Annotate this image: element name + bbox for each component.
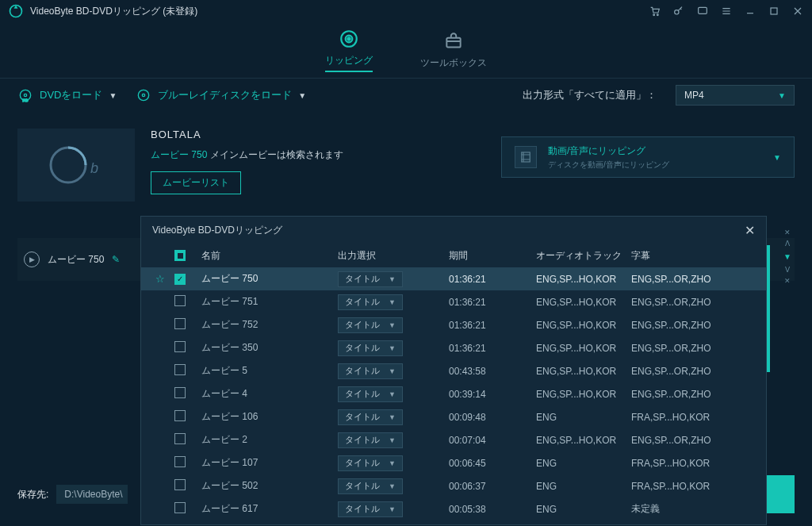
row-checkbox[interactable]	[174, 387, 186, 398]
disc-title: BOLTALA	[151, 129, 485, 140]
svg-point-1	[653, 14, 655, 16]
table-row[interactable]: ☆ムービー 752タイトル▼01:36:21ENG,SP...HO,KORENG…	[141, 313, 766, 336]
titlebar: VideoByte BD-DVDリッピング (未登録)	[0, 0, 812, 22]
table-row[interactable]: ☆ムービー 617タイトル▼00:05:38ENG未定義	[141, 497, 766, 520]
row-output-select[interactable]: タイトル▼	[338, 363, 403, 379]
rip-mode-select[interactable]: 動画/音声にリッピング ディスクを動画/音声にリッピング ▼	[501, 136, 795, 178]
column-duration: 期間	[449, 249, 536, 263]
table-row[interactable]: ☆✓ムービー 750タイトル▼01:36:21ENG,SP...HO,KOREN…	[141, 267, 766, 290]
star-icon[interactable]: ☆	[155, 296, 165, 308]
load-bluray-button[interactable]: ブルーレイディスクをロード ▼	[136, 87, 306, 103]
row-output-select[interactable]: タイトル▼	[338, 386, 403, 402]
row-checkbox[interactable]	[174, 341, 186, 352]
column-output: 出力選択	[338, 249, 449, 263]
table-header: 名前 出力選択 期間 オーディオトラック 字幕	[141, 244, 766, 267]
save-path-label: 保存先:	[17, 488, 48, 501]
movie-list-button[interactable]: ムービーリスト	[151, 171, 241, 194]
row-output-label: タイトル	[345, 457, 380, 469]
row-output-select[interactable]: タイトル▼	[338, 524, 403, 525]
star-icon[interactable]: ☆	[155, 319, 165, 331]
row-subtitle: ENG,SP...OR,ZHO	[631, 389, 755, 400]
minimize-icon[interactable]	[744, 5, 756, 17]
bluray-disc-icon	[136, 87, 151, 103]
row-subtitle: FRA,SP...HO,KOR	[631, 481, 755, 492]
row-checkbox[interactable]	[174, 364, 186, 375]
row-checkbox[interactable]	[174, 479, 186, 490]
row-output-label: タイトル	[345, 342, 380, 354]
table-row[interactable]: ☆ムービー 350タイトル▼01:36:21ENG,SP...HO,KORENG…	[141, 336, 766, 359]
menu-icon[interactable]	[720, 5, 733, 17]
tab-toolbox[interactable]: ツールボックス	[420, 31, 487, 70]
feedback-icon[interactable]	[696, 5, 709, 17]
table-row[interactable]: ☆ムービー 107タイトル▼00:06:45ENGFRA,SP...HO,KOR	[141, 451, 766, 474]
row-duration: 01:36:21	[449, 297, 536, 308]
svg-rect-9	[446, 37, 460, 47]
row-subtitle: ENG,SP...OR,ZHO	[631, 366, 755, 377]
table-row[interactable]: ☆ムービー 751タイトル▼01:36:21ENG,SP...HO,KORENG…	[141, 290, 766, 313]
row-audio: ENG,SP...HO,KOR	[536, 389, 631, 400]
svg-point-13	[139, 90, 149, 100]
chevron-down-icon[interactable]: ᐯ	[785, 266, 790, 274]
maximize-icon[interactable]	[768, 5, 780, 17]
star-icon[interactable]: ☆	[155, 503, 165, 515]
star-icon[interactable]: ☆	[155, 365, 165, 377]
rip-mode-subtitle: ディスクを動画/音声にリッピング	[548, 159, 762, 171]
row-output-select[interactable]: タイトル▼	[338, 340, 403, 356]
collapse-icon[interactable]: ✕	[784, 228, 791, 236]
play-icon[interactable]: ▶	[24, 251, 40, 267]
table-row[interactable]: ☆ムービー 5タイトル▼00:43:58ENG,SP...HO,KORENG,S…	[141, 359, 766, 382]
row-output-select[interactable]: タイトル▼	[338, 271, 403, 287]
star-icon[interactable]: ☆	[155, 434, 165, 446]
star-icon[interactable]: ☆	[155, 388, 165, 400]
tab-ripping[interactable]: リッピング	[325, 29, 373, 72]
collapse-icon[interactable]: ✕	[784, 277, 791, 285]
output-format-select[interactable]: MP4 ▼	[676, 85, 795, 106]
row-checkbox[interactable]	[174, 433, 186, 444]
rip-mode-title: 動画/音声にリッピング	[548, 144, 762, 158]
row-checkbox[interactable]	[174, 410, 186, 421]
row-output-select[interactable]: タイトル▼	[338, 317, 403, 333]
key-icon[interactable]	[672, 5, 685, 17]
table-row[interactable]: ☆ムービー 106タイトル▼00:09:48ENGFRA,SP...HO,KOR	[141, 405, 766, 428]
row-output-select[interactable]: タイトル▼	[338, 478, 403, 494]
row-checkbox[interactable]: ✓	[174, 274, 186, 285]
row-output-select[interactable]: タイトル▼	[338, 501, 403, 517]
dvd-disc-icon: DVD	[17, 87, 33, 103]
row-output-select[interactable]: タイトル▼	[338, 432, 403, 448]
dialog-title: VideoByte BD-DVDリッピング	[152, 224, 282, 237]
row-duration: 01:36:21	[449, 274, 536, 285]
chevron-down-icon: ▼	[389, 413, 396, 421]
cart-icon[interactable]	[649, 5, 661, 17]
row-output-select[interactable]: タイトル▼	[338, 455, 403, 471]
star-icon[interactable]: ☆	[155, 411, 165, 423]
row-checkbox[interactable]	[174, 318, 186, 329]
table-row[interactable]: ☆ムービー 502タイトル▼00:06:37ENGFRA,SP...HO,KOR	[141, 474, 766, 497]
table-row[interactable]: ☆ムービー 2タイトル▼00:07:04ENG,SP...HO,KORENG,S…	[141, 428, 766, 451]
star-icon[interactable]: ☆	[155, 342, 165, 354]
table-row[interactable]: ☆ムービー 105タイトル▼00:05:09ENGFRA,SP...HO,KOR	[141, 520, 766, 524]
row-checkbox[interactable]	[174, 456, 186, 467]
table-row[interactable]: ☆ムービー 4タイトル▼00:39:14ENG,SP...HO,KORENG,S…	[141, 382, 766, 405]
chevron-down-icon: ▼	[389, 505, 396, 513]
row-output-select[interactable]: タイトル▼	[338, 409, 403, 425]
save-path-row: 保存先: D:\VideoByte\	[17, 485, 128, 504]
star-icon[interactable]: ☆	[155, 480, 165, 492]
row-output-label: タイトル	[345, 365, 380, 377]
save-path-input[interactable]: D:\VideoByte\	[56, 485, 128, 504]
row-output-label: タイトル	[345, 388, 380, 400]
row-audio: ENG,SP...HO,KOR	[536, 320, 631, 331]
row-checkbox[interactable]	[174, 295, 186, 306]
select-all-checkbox[interactable]	[174, 250, 186, 261]
row-output-select[interactable]: タイトル▼	[338, 294, 403, 310]
star-icon[interactable]: ☆	[155, 273, 165, 285]
row-duration: 01:36:21	[449, 320, 536, 331]
edit-icon[interactable]: ✎	[112, 254, 120, 265]
close-window-icon[interactable]	[791, 5, 804, 17]
row-checkbox[interactable]	[174, 502, 186, 513]
chevron-down-icon[interactable]: ▼	[783, 252, 791, 261]
load-dvd-button[interactable]: DVD DVDをロード ▼	[17, 87, 117, 103]
star-icon[interactable]: ☆	[155, 457, 165, 469]
close-icon[interactable]: ✕	[745, 223, 755, 238]
app-logo-icon	[8, 3, 24, 19]
chevron-up-icon[interactable]: ᐱ	[785, 240, 790, 248]
